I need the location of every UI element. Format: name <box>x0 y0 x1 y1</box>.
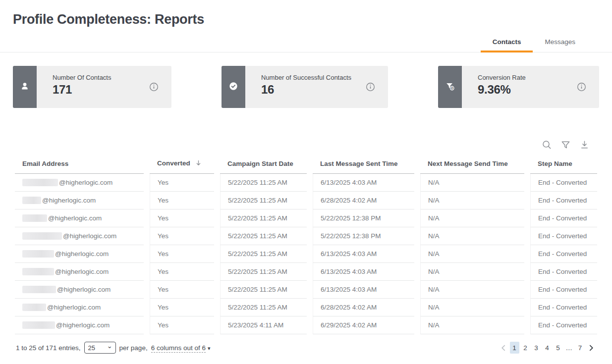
cell-next-message-send-time: N/A <box>420 316 524 334</box>
redacted-email-local-part <box>22 232 62 240</box>
column-header-email-address[interactable]: Email Address <box>15 156 144 174</box>
stat-value: 171 <box>53 83 111 97</box>
cell-campaign-start-date: 5/22/2025 11:25 AM <box>220 227 307 245</box>
email-domain-text: @higherlogic.com <box>42 197 96 204</box>
columns-selector-link[interactable]: 6 columns out of 6 <box>151 344 206 353</box>
search-icon[interactable] <box>541 139 553 151</box>
email-domain-text: @higherlogic.com <box>57 286 111 293</box>
cell-step-name: End - Converted <box>530 281 597 299</box>
stat-card-number-of-contacts: Number Of Contacts 171 <box>13 66 171 108</box>
stat-value: 16 <box>261 83 351 97</box>
stat-cards: Number Of Contacts 171 Number of Success… <box>13 66 599 108</box>
stat-label: Number of Successful Contacts <box>261 74 351 81</box>
table-row: @higherlogic.comYes5/22/2025 11:25 AM6/2… <box>15 299 597 316</box>
page-number-4[interactable]: 4 <box>543 342 552 354</box>
page-number-1[interactable]: 1 <box>510 342 519 354</box>
cell-converted: Yes <box>150 209 214 227</box>
cell-step-name: End - Converted <box>530 299 597 316</box>
columns-caret-icon[interactable]: ▾ <box>208 345 211 351</box>
table-row: @higherlogic.comYes5/22/2025 11:25 AM6/1… <box>15 263 597 281</box>
conversion-funnel-icon: $ <box>445 81 455 94</box>
email-domain-text: @higherlogic.com <box>63 232 116 240</box>
tab-messages-label: Messages <box>545 38 575 46</box>
cell-next-message-send-time: N/A <box>420 263 524 281</box>
table-body: @higherlogic.comYes5/22/2025 11:25 AM6/1… <box>15 174 597 334</box>
download-icon[interactable] <box>578 139 590 151</box>
column-header-campaign-start-date[interactable]: Campaign Start Date <box>220 156 307 174</box>
table-row: @higherlogic.comYes5/22/2025 11:25 AM5/2… <box>15 209 597 227</box>
filter-icon[interactable] <box>559 139 571 151</box>
tab-contacts[interactable]: Contacts <box>481 35 533 52</box>
per-page-label: per page, <box>119 344 148 352</box>
contacts-table: Email Address Converted Campaign Start D… <box>15 156 597 334</box>
redacted-email-local-part <box>22 321 55 329</box>
table-row: @higherlogic.comYes5/23/2025 4:11 AM6/29… <box>15 316 597 334</box>
column-header-next-message-send-time[interactable]: Next Message Send Time <box>420 156 524 174</box>
email-domain-text: @higherlogic.com <box>47 304 101 311</box>
cell-campaign-start-date: 5/22/2025 11:25 AM <box>220 192 307 209</box>
cell-email-address: @higherlogic.com <box>15 227 144 245</box>
previous-page-icon[interactable] <box>499 342 508 354</box>
cell-email-address: @higherlogic.com <box>15 245 144 263</box>
next-page-icon[interactable] <box>586 342 596 354</box>
table-row: @higherlogic.comYes5/22/2025 11:25 AM6/1… <box>15 174 597 192</box>
table-row: @higherlogic.comYes5/22/2025 11:25 AM6/1… <box>15 245 597 263</box>
email-domain-text: @higherlogic.com <box>55 268 109 275</box>
stat-card-successful-contacts: Number of Successful Contacts 16 <box>222 66 388 108</box>
cell-step-name: End - Converted <box>530 316 597 334</box>
cell-email-address: @higherlogic.com <box>15 209 144 227</box>
per-page-select[interactable]: 25 <box>84 342 116 354</box>
cell-campaign-start-date: 5/22/2025 11:25 AM <box>220 281 307 299</box>
cell-email-address: @higherlogic.com <box>15 316 144 334</box>
cell-next-message-send-time: N/A <box>420 209 524 227</box>
table-footer: 1 to 25 of 171 entries, 25 per page, 6 c… <box>15 342 597 354</box>
tab-contacts-label: Contacts <box>493 38 521 46</box>
tabs-bar: Contacts Messages <box>0 35 612 52</box>
page-number-7[interactable]: 7 <box>575 342 585 354</box>
cell-converted: Yes <box>150 281 214 299</box>
cell-email-address: @higherlogic.com <box>15 281 144 299</box>
column-header-last-message-sent-time[interactable]: Last Message Sent Time <box>313 156 414 174</box>
page-number-2[interactable]: 2 <box>521 342 530 354</box>
cell-campaign-start-date: 5/23/2025 4:11 AM <box>220 316 307 334</box>
info-icon[interactable] <box>149 82 159 92</box>
stat-value: 9.36% <box>478 83 526 97</box>
cell-email-address: @higherlogic.com <box>15 299 144 316</box>
stat-label: Conversion Rate <box>478 74 526 81</box>
pagination-ellipsis: … <box>564 342 574 354</box>
cell-last-message-sent-time: 6/13/2025 4:03 AM <box>313 281 414 299</box>
person-icon <box>19 81 30 94</box>
redacted-email-local-part <box>22 286 56 293</box>
redacted-email-local-part <box>22 304 46 311</box>
tab-messages[interactable]: Messages <box>533 35 587 52</box>
cell-last-message-sent-time: 6/13/2025 4:03 AM <box>313 174 414 192</box>
cell-campaign-start-date: 5/22/2025 11:25 AM <box>220 263 307 281</box>
table-row: @higherlogic.comYes5/22/2025 11:25 AM6/1… <box>15 281 597 299</box>
page-number-5[interactable]: 5 <box>554 342 563 354</box>
table-row: @higherlogic.comYes5/22/2025 11:25 AM5/2… <box>15 227 597 245</box>
cell-campaign-start-date: 5/22/2025 11:25 AM <box>220 299 307 316</box>
email-domain-text: @higherlogic.com <box>48 214 102 222</box>
pagination-summary: 1 to 25 of 171 entries, 25 per page, 6 c… <box>16 342 211 354</box>
cell-last-message-sent-time: 6/13/2025 4:03 AM <box>313 263 414 281</box>
cell-last-message-sent-time: 6/29/2025 4:02 AM <box>313 316 414 334</box>
cell-step-name: End - Converted <box>530 245 597 263</box>
redacted-email-local-part <box>22 268 54 275</box>
redacted-email-local-part <box>22 197 41 204</box>
sort-descending-icon[interactable] <box>195 159 202 168</box>
per-page-select-wrap: 25 <box>84 342 116 354</box>
check-circle-icon <box>228 81 238 93</box>
page-number-3[interactable]: 3 <box>532 342 541 354</box>
cell-campaign-start-date: 5/22/2025 11:25 AM <box>220 245 307 263</box>
email-domain-text: @higherlogic.com <box>55 250 109 258</box>
table-row: @higherlogic.comYes5/22/2025 11:25 AM6/2… <box>15 192 597 209</box>
cell-email-address: @higherlogic.com <box>15 192 144 209</box>
column-header-step-name[interactable]: Step Name <box>530 156 597 174</box>
info-icon[interactable] <box>577 82 586 92</box>
page-title: Profile Completeness: Reports <box>0 0 612 27</box>
email-domain-text: @higherlogic.com <box>56 321 110 329</box>
page-numbers: 12345…7 <box>510 342 585 354</box>
table-header-row: Email Address Converted Campaign Start D… <box>15 156 597 174</box>
info-icon[interactable] <box>366 82 375 92</box>
column-header-converted[interactable]: Converted <box>150 156 214 174</box>
